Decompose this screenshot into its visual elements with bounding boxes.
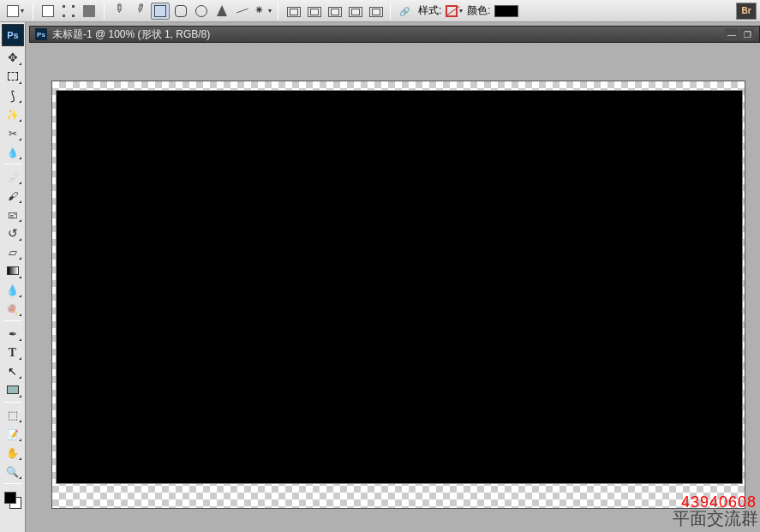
polygon-shape-option[interactable] <box>212 3 231 20</box>
options-bar: 样式: 颜色: Br <box>0 0 760 22</box>
eyedropper-tool[interactable] <box>3 142 23 161</box>
document-title: 未标题-1 @ 100% (形状 1, RGB/8) <box>52 27 210 42</box>
ellipse-shape-option[interactable] <box>192 3 211 20</box>
toolbox: Ps <box>0 22 26 532</box>
brush-tool[interactable] <box>3 186 23 205</box>
rect-icon <box>7 5 19 17</box>
dodge-tool[interactable] <box>3 299 23 318</box>
notes-tool[interactable] <box>3 424 23 443</box>
pathop-subtract-button[interactable] <box>325 3 344 20</box>
zoom-tool[interactable] <box>3 462 23 481</box>
pathop-subtract-icon <box>328 5 340 17</box>
type-tool[interactable] <box>3 343 23 362</box>
line-icon <box>236 5 248 17</box>
crop-tool[interactable] <box>3 123 23 142</box>
path-select-tool[interactable] <box>3 362 23 380</box>
separator <box>33 3 33 20</box>
paths-mode-button[interactable] <box>59 3 78 20</box>
tool-separator <box>3 402 22 403</box>
lasso-tool[interactable] <box>3 86 23 105</box>
foreground-color-swatch[interactable] <box>4 492 16 504</box>
line-shape-option[interactable] <box>233 3 252 20</box>
custom-shape-icon <box>254 5 266 17</box>
fill-pixels-mode-button[interactable] <box>80 3 99 20</box>
shape-layers-icon <box>42 5 54 17</box>
canvas-transparency-grid[interactable] <box>51 81 745 509</box>
custom-shape-option[interactable] <box>254 3 272 20</box>
bridge-button[interactable]: Br <box>736 3 757 20</box>
3d-tool[interactable] <box>3 405 23 424</box>
link-style-button[interactable] <box>396 3 415 20</box>
tool-separator <box>3 320 22 321</box>
freeform-pen-option[interactable] <box>130 3 149 20</box>
canvas-area <box>51 81 745 509</box>
pathop-exclude-button[interactable] <box>366 3 385 20</box>
minimize-button[interactable]: — <box>725 28 739 40</box>
freeform-pen-icon <box>131 3 147 19</box>
pathop-exclude-icon <box>369 5 381 17</box>
magic-wand-tool[interactable] <box>3 105 23 123</box>
shape-layer-mode-button[interactable] <box>39 3 57 20</box>
tool-preset-dropdown[interactable] <box>3 3 27 20</box>
color-picker-fgbg[interactable] <box>3 490 23 511</box>
shape-fill <box>57 91 742 483</box>
rectangle-shape-option[interactable] <box>151 3 170 20</box>
document-titlebar[interactable]: Ps 未标题-1 @ 100% (形状 1, RGB/8) — ❐ <box>29 26 760 43</box>
tool-separator <box>3 164 22 164</box>
pathop-add-icon <box>308 5 320 17</box>
pen-tool[interactable] <box>3 324 23 343</box>
workspace: Ps 未标题-1 @ 100% (形状 1, RGB/8) — ❐ <box>26 22 760 532</box>
fill-pixels-icon <box>83 5 95 17</box>
rectangle-icon <box>154 5 166 17</box>
rounded-rect-shape-option[interactable] <box>171 3 190 20</box>
paths-icon <box>63 5 75 17</box>
blur-tool[interactable] <box>3 280 23 299</box>
pathop-new-icon <box>287 5 299 17</box>
hand-tool[interactable] <box>3 443 23 462</box>
chain-icon <box>399 5 411 17</box>
shape-bounding-box[interactable] <box>56 90 743 484</box>
bridge-label: Br <box>741 6 751 15</box>
ellipse-icon <box>195 5 207 17</box>
color-swatch[interactable] <box>494 5 518 17</box>
polygon-icon <box>216 5 228 17</box>
document-app-icon: Ps <box>35 28 47 40</box>
document-window: Ps 未标题-1 @ 100% (形状 1, RGB/8) — ❐ <box>29 26 760 43</box>
shape-tool[interactable] <box>3 380 23 399</box>
pen-tool-option[interactable] <box>110 3 129 20</box>
separator <box>390 3 391 20</box>
pathop-add-button[interactable] <box>304 3 323 20</box>
healing-brush-tool[interactable] <box>3 167 23 186</box>
marquee-tool[interactable] <box>3 67 23 86</box>
window-buttons: — ❐ <box>725 28 754 40</box>
tool-separator <box>3 483 22 484</box>
style-label: 样式: <box>416 3 443 18</box>
no-style-icon <box>446 5 458 17</box>
style-picker[interactable] <box>445 3 464 20</box>
color-label: 颜色: <box>465 3 492 18</box>
separator <box>278 3 278 20</box>
history-brush-tool[interactable] <box>3 224 23 242</box>
watermark-group: 平面交流群 <box>673 507 758 530</box>
pathop-intersect-icon <box>349 5 361 17</box>
pen-icon <box>111 3 128 20</box>
restore-button[interactable]: ❐ <box>740 28 754 40</box>
eraser-tool[interactable] <box>3 242 23 261</box>
gradient-tool[interactable] <box>3 261 23 280</box>
pathop-new-button[interactable] <box>284 3 302 20</box>
pathop-intersect-button[interactable] <box>345 3 364 20</box>
separator <box>104 3 105 20</box>
rounded-rect-icon <box>175 5 187 17</box>
move-tool[interactable] <box>3 48 23 67</box>
app-badge[interactable]: Ps <box>2 24 24 46</box>
clone-stamp-tool[interactable] <box>3 205 23 224</box>
